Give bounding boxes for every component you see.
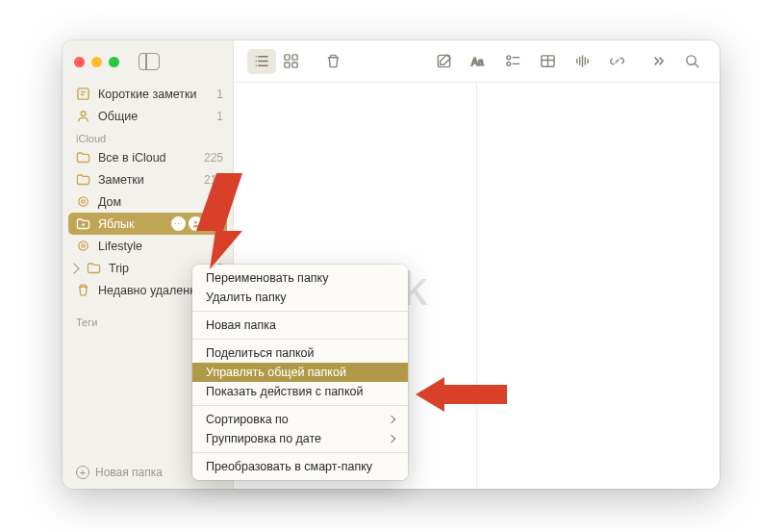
new-folder-label: Новая папка — [95, 466, 163, 479]
note-detail-pane — [476, 83, 720, 489]
titlebar — [63, 40, 233, 83]
svg-point-1 — [81, 112, 86, 116]
menu-item-sort[interactable]: Сортировка по — [192, 410, 408, 429]
menu-item-label: Новая папка — [206, 318, 276, 332]
toggle-sidebar-button[interactable] — [139, 53, 160, 70]
new-note-button[interactable] — [429, 49, 458, 74]
table-button[interactable] — [533, 49, 562, 74]
sidebar-item-label: Все в iCloud — [98, 151, 196, 165]
menu-item-show-activity[interactable]: Показать действия с папкой — [192, 382, 408, 401]
svg-rect-9 — [291, 55, 296, 60]
sidebar-item-count: 1 — [216, 88, 223, 101]
shared-icon — [76, 109, 90, 123]
menu-separator — [192, 452, 408, 453]
folder-icon — [76, 150, 90, 165]
audio-button[interactable] — [568, 49, 596, 74]
svg-marker-18 — [196, 173, 242, 269]
note-icon — [76, 87, 90, 101]
overflow-button[interactable] — [643, 49, 671, 74]
svg-point-3 — [82, 200, 85, 203]
view-toggle — [247, 49, 305, 74]
svg-rect-0 — [78, 89, 89, 99]
toolbar: Aa — [234, 40, 720, 83]
folder-shared-icon — [76, 216, 90, 231]
sidebar-item-label: Яблык — [98, 217, 164, 231]
svg-rect-11 — [291, 63, 296, 67]
svg-point-15 — [506, 62, 510, 65]
plus-icon: + — [76, 466, 89, 479]
menu-item-convert-smart[interactable]: Преобразовать в смарт-папку — [192, 457, 408, 476]
delete-button[interactable] — [318, 49, 347, 74]
svg-text:Aa: Aa — [470, 57, 483, 67]
svg-point-7 — [82, 244, 85, 247]
sidebar-item-label: Заметки — [98, 173, 196, 187]
traffic-lights — [74, 57, 119, 67]
link-button[interactable] — [602, 49, 631, 74]
grid-view-button[interactable] — [276, 49, 305, 74]
chevron-right-icon[interactable] — [68, 263, 79, 273]
zoom-window-button[interactable] — [109, 57, 119, 67]
menu-item-label: Переименовать папку — [206, 271, 328, 285]
svg-rect-10 — [284, 63, 289, 67]
menu-item-manage-shared[interactable]: Управлять общей папкой — [192, 363, 408, 382]
chevron-right-icon — [388, 416, 395, 423]
menu-item-delete[interactable]: Удалить папку — [192, 288, 408, 307]
gear-icon — [76, 194, 90, 209]
menu-item-label: Управлять общей папкой — [206, 366, 346, 379]
guide-arrow-icon — [416, 377, 507, 412]
menu-item-label: Преобразовать в смарт-папку — [206, 460, 372, 473]
checklist-button[interactable] — [498, 49, 527, 74]
svg-marker-19 — [416, 377, 507, 412]
context-menu: Переименовать папку Удалить папку Новая … — [192, 265, 408, 480]
minimize-window-button[interactable] — [91, 57, 102, 67]
svg-point-4 — [82, 223, 84, 225]
gear-icon — [76, 239, 90, 253]
svg-rect-8 — [284, 55, 289, 60]
sidebar-item-all-icloud[interactable]: Все в iCloud 225 — [63, 146, 233, 168]
sidebar-item-count: 225 — [204, 151, 223, 165]
sidebar-item-count: 1 — [216, 110, 223, 123]
menu-separator — [192, 405, 408, 406]
svg-point-17 — [686, 56, 695, 64]
text-format-button[interactable]: Aa — [464, 49, 493, 74]
sidebar-item-shared[interactable]: Общие 1 — [63, 105, 233, 127]
menu-item-rename[interactable]: Переименовать папку — [192, 268, 408, 288]
menu-item-label: Группировка по дате — [206, 432, 321, 445]
svg-point-6 — [79, 241, 88, 250]
folder-icon — [87, 261, 101, 275]
icloud-section-header[interactable]: iCloud — [63, 127, 233, 146]
menu-separator — [192, 311, 408, 312]
menu-item-label: Удалить папку — [206, 291, 287, 304]
folder-icon — [76, 172, 90, 187]
menu-item-label: Сортировка по — [206, 413, 289, 426]
sidebar-item-label: Короткие заметки — [98, 88, 209, 101]
menu-item-new-folder[interactable]: Новая папка — [192, 316, 408, 335]
svg-point-2 — [79, 197, 88, 206]
menu-item-share[interactable]: Поделиться папкой — [192, 343, 408, 363]
trash-icon — [76, 283, 90, 297]
svg-point-14 — [506, 56, 510, 60]
chevron-right-icon — [388, 435, 395, 443]
search-button[interactable] — [677, 49, 706, 74]
sidebar-item-quicknotes[interactable]: Короткие заметки 1 — [63, 83, 233, 105]
sidebar-item-label: Общие — [98, 110, 209, 123]
menu-item-label: Показать действия с папкой — [206, 385, 363, 398]
guide-arrow-icon — [183, 173, 250, 269]
list-view-button[interactable] — [247, 49, 276, 74]
menu-item-label: Поделиться папкой — [206, 346, 315, 360]
menu-separator — [192, 339, 408, 340]
close-window-button[interactable] — [74, 57, 85, 67]
menu-item-group[interactable]: Группировка по дате — [192, 429, 408, 448]
